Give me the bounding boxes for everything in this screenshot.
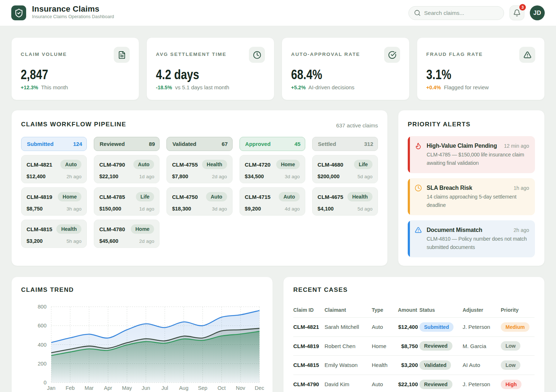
svg-text:800: 800 (38, 304, 47, 310)
svg-text:Dec: Dec (255, 385, 264, 391)
svg-text:0: 0 (44, 380, 47, 385)
svg-text:Nov: Nov (236, 385, 246, 391)
svg-text:May: May (122, 385, 132, 391)
svg-text:200: 200 (38, 361, 47, 367)
svg-text:600: 600 (38, 323, 47, 328)
svg-text:Oct: Oct (218, 385, 226, 391)
svg-text:Sep: Sep (198, 385, 208, 391)
svg-text:Aug: Aug (179, 385, 189, 391)
svg-text:Feb: Feb (66, 385, 75, 391)
svg-text:400: 400 (38, 342, 47, 348)
svg-text:Jun: Jun (142, 385, 150, 391)
svg-text:Mar: Mar (85, 385, 94, 391)
svg-text:Apr: Apr (104, 385, 112, 391)
svg-text:Jan: Jan (47, 385, 55, 391)
svg-text:Jul: Jul (161, 385, 168, 391)
